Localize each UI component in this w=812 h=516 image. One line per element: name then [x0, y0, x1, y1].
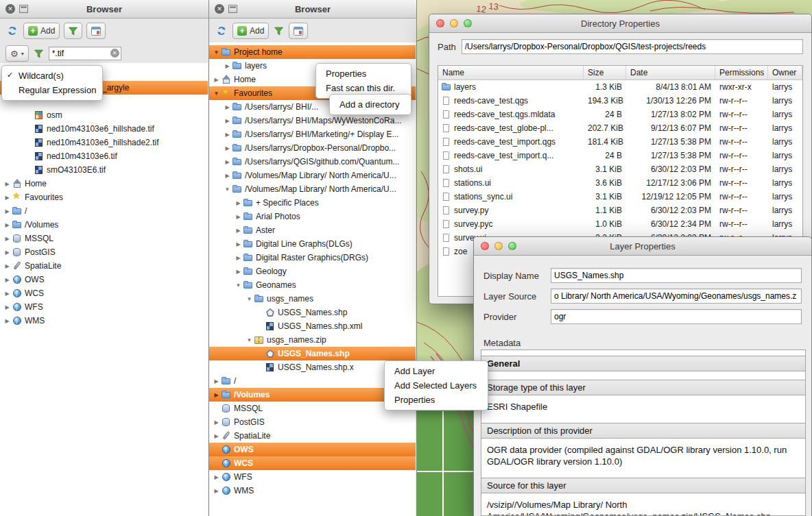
expander-icon[interactable]: ▶ — [234, 228, 243, 234]
expander-icon[interactable]: ▶ — [212, 77, 221, 83]
menu-item[interactable]: Add Layer — [385, 364, 488, 378]
expander-icon[interactable]: ▶ — [3, 236, 12, 242]
expander-icon[interactable]: ▶ — [223, 173, 232, 179]
table-row[interactable]: reeds-cave_test_import.qgs181.4 KiB1/27/… — [438, 135, 802, 149]
expander-icon[interactable]: ▶ — [3, 318, 12, 324]
expander-icon[interactable]: ▶ — [3, 263, 12, 269]
expander-icon[interactable]: ▼ — [234, 282, 243, 288]
tree-item[interactable]: ▶/ — [0, 204, 208, 218]
zoom-button[interactable] — [508, 242, 516, 250]
filter-button[interactable] — [64, 23, 82, 39]
expander-icon[interactable]: ▼ — [245, 337, 254, 343]
expander-icon[interactable]: ▶ — [212, 433, 221, 439]
tree-item[interactable]: ▶WMS — [0, 314, 208, 328]
tree-item[interactable]: ▼Project home — [209, 45, 416, 59]
filter-settings-button[interactable]: ⚙ ▾ — [5, 45, 29, 62]
add-button[interactable]: + Add — [232, 23, 269, 39]
tree-item[interactable]: ▶+ Specific Places — [209, 196, 416, 210]
clear-filter-icon[interactable]: ✕ — [110, 49, 119, 58]
column-header[interactable]: Size — [584, 66, 626, 79]
zoom-button[interactable] — [464, 19, 472, 27]
tree-item[interactable]: OWS — [209, 443, 416, 456]
tree-item[interactable]: ▶SpatiaLite — [209, 429, 416, 443]
expander-icon[interactable]: ▶ — [223, 63, 232, 69]
path-input[interactable] — [462, 39, 803, 54]
minimize-button[interactable] — [450, 19, 458, 27]
tree-item[interactable]: USGS_Names.shp — [209, 306, 416, 319]
table-row[interactable]: reeds-cave_test.qgs.mldata24 B1/27/13 8:… — [438, 108, 802, 121]
expander-icon[interactable]: ▶ — [3, 291, 12, 297]
expander-icon[interactable]: ▶ — [3, 195, 12, 201]
tree-item[interactable]: ▶/Volumes/Map Library/ North America/U..… — [209, 169, 416, 182]
expander-icon[interactable]: ▶ — [212, 488, 221, 494]
tree-item[interactable]: ▶/Users/larrys/ BHI/Marketing/+ Display … — [209, 127, 416, 141]
expander-icon[interactable]: ▶ — [3, 249, 12, 256]
tree-item[interactable]: smO43103E6.tif — [0, 163, 208, 177]
expander-icon[interactable]: ▼ — [212, 90, 221, 97]
menu-item[interactable]: Fast scan this dir. — [316, 81, 411, 95]
expander-icon[interactable]: ▶ — [3, 277, 12, 283]
add-button[interactable]: + Add — [23, 23, 60, 39]
expander-icon[interactable]: ▶ — [223, 104, 232, 110]
provider-input[interactable] — [551, 309, 802, 324]
menu-item[interactable]: Add Selected Layers — [385, 378, 488, 393]
tree-item[interactable]: ▶SpatiaLite — [0, 259, 208, 273]
tree-item[interactable]: ▶WFS — [0, 300, 208, 314]
close-panel-button[interactable]: ✕ — [5, 4, 15, 14]
tree-item[interactable]: WCS — [209, 456, 416, 470]
tree-item[interactable]: ▶Arial Photos — [209, 210, 416, 223]
menu-item[interactable]: Properties — [316, 66, 411, 81]
expander-icon[interactable]: ▶ — [212, 392, 221, 398]
tree-item[interactable]: ▼usgs_names — [209, 292, 416, 306]
expander-icon[interactable]: ▶ — [234, 200, 243, 206]
tree-item[interactable]: ▶Geology — [209, 265, 416, 278]
expander-icon[interactable]: ▶ — [212, 474, 221, 480]
expander-icon[interactable]: ▶ — [234, 255, 243, 261]
tree-item[interactable]: ▶/Users/larrys/QGIS/github.com/Quantum..… — [209, 155, 416, 169]
column-header[interactable]: Date — [626, 66, 715, 79]
expander-icon[interactable]: ▶ — [212, 378, 221, 384]
close-panel-button[interactable]: ✕ — [215, 4, 224, 14]
expander-icon[interactable]: ▶ — [3, 208, 12, 214]
table-row[interactable]: reeds-cave_test.qgs194.3 KiB1/30/13 12:2… — [438, 94, 802, 108]
tree-item[interactable]: ▶/Volumes — [0, 218, 208, 232]
expander-icon[interactable]: ▶ — [223, 159, 232, 165]
expander-icon[interactable]: ▶ — [234, 241, 243, 247]
properties-widget-button[interactable] — [289, 23, 308, 39]
tree-item[interactable]: ▶PostGIS — [209, 415, 416, 429]
table-row[interactable]: reeds-cave_test_import.q...24 B1/27/13 5… — [438, 149, 802, 162]
refresh-button[interactable] — [5, 25, 19, 36]
tree-item[interactable]: ned10m43103e6_hillshade2.tif — [0, 136, 208, 149]
tree-item[interactable]: ned10m43103e6_hillshade.tif — [0, 122, 208, 136]
column-header[interactable]: Permissions — [715, 66, 768, 79]
tree-item[interactable]: ▼Geonames — [209, 278, 416, 292]
table-row[interactable]: survey.py1.1 KiB6/30/12 2:03 PMrw-r--r--… — [438, 204, 802, 217]
expander-icon[interactable]: ▼ — [223, 186, 232, 193]
close-button[interactable] — [481, 242, 489, 250]
expander-icon[interactable]: ▶ — [3, 304, 12, 310]
tree-item[interactable]: ▶MSSQL — [0, 232, 208, 245]
table-row[interactable]: layers1.3 KiB8/4/13 8:01 AMrwxr-xr-xlarr… — [438, 80, 802, 94]
tree-item[interactable]: ▶WMS — [209, 484, 416, 497]
expander-icon[interactable]: ▶ — [234, 214, 243, 220]
float-panel-button[interactable] — [19, 5, 28, 13]
properties-widget-button[interactable] — [86, 23, 106, 39]
tree-item[interactable]: ▶WFS — [209, 470, 416, 484]
tree-item[interactable]: ▼/Volumes/Map Library/ North America/U..… — [209, 182, 416, 196]
expander-icon[interactable]: ▶ — [223, 118, 232, 124]
table-row[interactable]: stations.ui3.6 KiB12/17/12 3:06 PMrw-r--… — [438, 176, 802, 190]
expander-icon[interactable]: ▶ — [223, 132, 232, 138]
tree-item[interactable]: ▶OWS — [0, 273, 208, 286]
tree-item[interactable]: ▼usgs_names.zip — [209, 333, 416, 347]
display-name-input[interactable] — [551, 268, 802, 283]
table-row[interactable]: shots.ui3.1 KiB6/30/12 2:03 PMrw-r--r--l… — [438, 162, 802, 176]
tree-item[interactable]: ▶Home — [0, 177, 208, 191]
column-header[interactable]: Owner — [768, 66, 802, 79]
table-row[interactable]: stations_sync.ui3.1 KiB12/19/12 12:05 PM… — [438, 190, 802, 204]
table-row[interactable]: survey.pyc1.0 KiB6/30/12 2:34 PMrw-r--r-… — [438, 217, 802, 231]
tree-item[interactable]: ▶Aster — [209, 223, 416, 237]
filter-menu-item[interactable]: ✓Wildcard(s) — [2, 69, 102, 83]
expander-icon[interactable]: ▶ — [223, 145, 232, 151]
tree-item[interactable]: ▶/Users/larrys/Dropbox-Personal/Dropbo..… — [209, 141, 416, 155]
tree-item[interactable]: USGS_Names.shp.xml — [209, 319, 416, 333]
